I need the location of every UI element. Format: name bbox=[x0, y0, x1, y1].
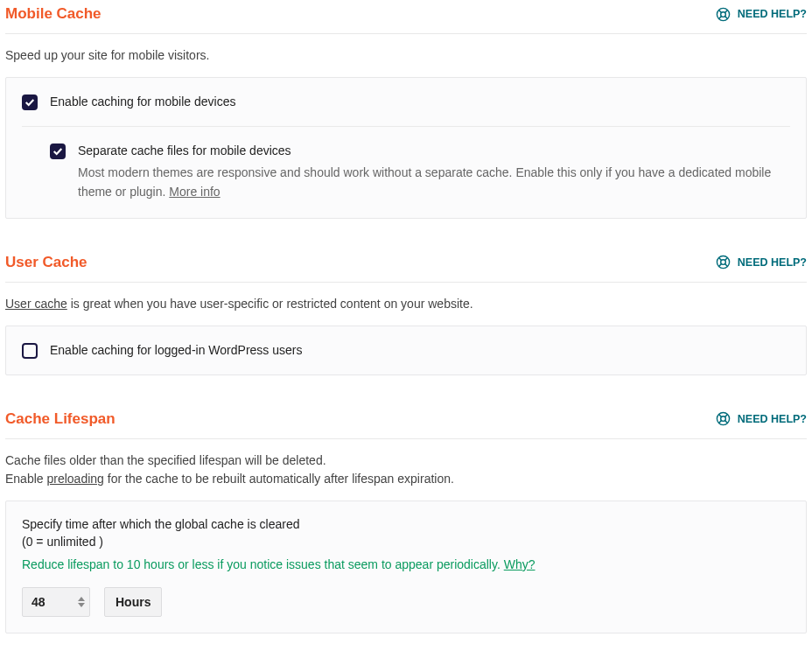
enable-user-cache-row: Enable caching for logged-in WordPress u… bbox=[22, 342, 790, 359]
lifespan-input-row: 48 Hours bbox=[22, 587, 790, 617]
section-title: Cache Lifespan bbox=[5, 410, 116, 428]
checkbox-label: Enable caching for logged-in WordPress u… bbox=[50, 342, 302, 357]
section-header: Cache Lifespan NEED HELP? bbox=[5, 410, 807, 439]
divider bbox=[22, 126, 790, 127]
section-description: Speed up your site for mobile visitors. bbox=[5, 34, 807, 77]
user-cache-section: User Cache NEED HELP? User cache is grea… bbox=[5, 254, 807, 375]
svg-line-3 bbox=[724, 10, 727, 12]
svg-point-13 bbox=[720, 416, 725, 422]
svg-line-15 bbox=[724, 415, 727, 417]
lifespan-unit[interactable]: Hours bbox=[104, 587, 162, 617]
section-description: Cache files older than the specified lif… bbox=[5, 439, 807, 500]
checkbox-label: Enable caching for mobile devices bbox=[50, 94, 235, 108]
svg-line-14 bbox=[718, 415, 721, 417]
svg-line-4 bbox=[718, 16, 721, 18]
svg-line-8 bbox=[718, 258, 721, 261]
section-header: Mobile Cache NEED HELP? bbox=[5, 5, 807, 34]
settings-box: Specify time after which the global cach… bbox=[5, 500, 807, 634]
enable-user-cache-checkbox[interactable] bbox=[22, 343, 38, 359]
cache-lifespan-section: Cache Lifespan NEED HELP? Cache files ol… bbox=[5, 410, 807, 634]
svg-line-17 bbox=[724, 421, 727, 424]
help-icon bbox=[716, 7, 731, 22]
mobile-cache-section: Mobile Cache NEED HELP? Speed up your si… bbox=[5, 5, 807, 219]
preloading-link[interactable]: preloading bbox=[46, 472, 103, 486]
help-icon bbox=[716, 411, 731, 426]
lifespan-label: Specify time after which the global cach… bbox=[22, 517, 790, 531]
svg-line-2 bbox=[718, 10, 721, 12]
user-cache-link[interactable]: User cache bbox=[5, 297, 67, 311]
spinner bbox=[78, 597, 85, 607]
number-wrapper: 48 bbox=[22, 587, 90, 617]
checkmark-icon bbox=[52, 147, 63, 156]
section-description: User cache is great when you have user-s… bbox=[5, 283, 807, 326]
svg-point-1 bbox=[720, 11, 725, 17]
separate-cache-row: Separate cache files for mobile devices … bbox=[50, 143, 790, 202]
svg-line-9 bbox=[724, 258, 727, 261]
section-title: User Cache bbox=[5, 254, 88, 271]
separate-cache-checkbox[interactable] bbox=[50, 144, 66, 159]
svg-line-5 bbox=[724, 16, 727, 18]
section-header: User Cache NEED HELP? bbox=[5, 254, 807, 283]
svg-line-10 bbox=[718, 264, 721, 267]
help-label: NEED HELP? bbox=[738, 413, 807, 425]
enable-mobile-cache-checkbox[interactable] bbox=[22, 94, 38, 110]
svg-point-7 bbox=[720, 260, 725, 265]
help-icon bbox=[716, 255, 731, 270]
settings-box: Enable caching for logged-in WordPress u… bbox=[5, 326, 807, 375]
settings-box: Enable caching for mobile devices Separa… bbox=[5, 77, 807, 219]
help-label: NEED HELP? bbox=[738, 8, 807, 20]
need-help-link[interactable]: NEED HELP? bbox=[716, 411, 807, 426]
enable-mobile-cache-row: Enable caching for mobile devices bbox=[22, 94, 790, 110]
more-info-link[interactable]: More info bbox=[169, 185, 220, 199]
need-help-link[interactable]: NEED HELP? bbox=[716, 255, 807, 270]
spinner-down-icon[interactable] bbox=[78, 603, 85, 607]
tip-text: Reduce lifespan to 10 hours or less if y… bbox=[22, 557, 790, 571]
help-text: Most modern themes are responsive and sh… bbox=[78, 163, 790, 202]
spinner-up-icon[interactable] bbox=[78, 597, 85, 601]
svg-line-16 bbox=[718, 421, 721, 424]
checkmark-icon bbox=[24, 98, 35, 107]
lifespan-sublabel: (0 = unlimited ) bbox=[22, 535, 790, 549]
help-label: NEED HELP? bbox=[738, 256, 807, 269]
section-title: Mobile Cache bbox=[5, 5, 102, 23]
svg-line-11 bbox=[724, 264, 727, 267]
checkbox-label: Separate cache files for mobile devices bbox=[78, 143, 790, 158]
need-help-link[interactable]: NEED HELP? bbox=[716, 7, 807, 22]
why-link[interactable]: Why? bbox=[504, 557, 536, 571]
